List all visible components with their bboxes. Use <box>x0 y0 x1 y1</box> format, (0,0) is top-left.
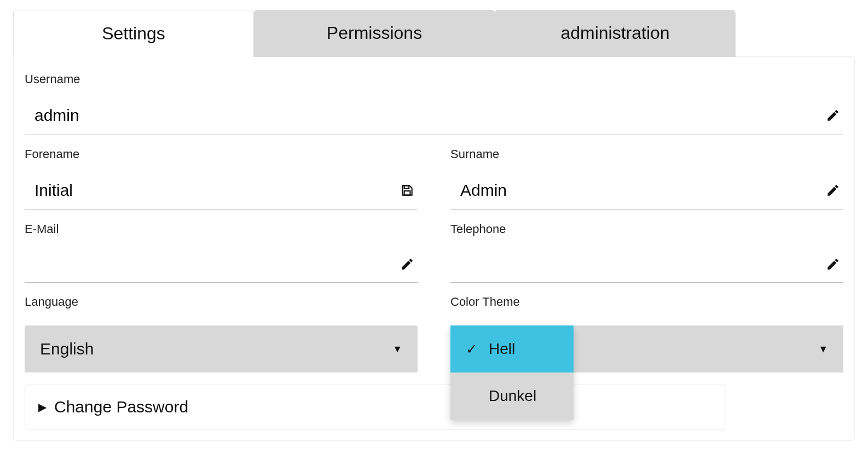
color-theme-field: Color Theme ▼ ✓ Hell Dunkel <box>450 295 843 372</box>
pencil-icon[interactable] <box>825 182 841 199</box>
email-label: E-Mail <box>25 222 418 236</box>
telephone-value-line[interactable] <box>450 253 843 283</box>
color-theme-option-hell[interactable]: ✓ Hell <box>450 325 574 372</box>
surname-value-line[interactable]: Admin <box>450 178 843 210</box>
telephone-field: Telephone <box>450 222 843 283</box>
chevron-right-icon: ▶ <box>38 400 47 414</box>
chevron-down-icon: ▼ <box>818 344 828 355</box>
tab-settings[interactable]: Settings <box>13 10 254 57</box>
change-password-label: Change Password <box>54 398 188 416</box>
forename-field: Forename Initial <box>25 147 418 210</box>
color-theme-option-label: Dunkel <box>489 387 536 405</box>
forename-value-line[interactable]: Initial <box>25 178 418 210</box>
pencil-icon[interactable] <box>825 107 841 124</box>
language-selected: English <box>40 340 94 358</box>
settings-panel: Username admin Forename Initial <box>13 56 855 441</box>
surname-label: Surname <box>450 147 843 161</box>
email-value-line[interactable] <box>25 253 418 283</box>
username-value-line[interactable]: admin <box>25 103 843 135</box>
pencil-icon[interactable] <box>399 256 415 272</box>
color-theme-option-label: Hell <box>489 340 515 358</box>
tabs: Settings Permissions administration <box>13 10 855 57</box>
color-theme-select[interactable]: ▼ ✓ Hell Dunkel <box>450 325 843 372</box>
color-theme-dropdown: ✓ Hell Dunkel <box>450 325 574 420</box>
tab-permissions[interactable]: Permissions <box>254 10 495 57</box>
tab-administration[interactable]: administration <box>495 10 736 57</box>
surname-value: Admin <box>460 181 507 200</box>
check-icon: ✓ <box>466 341 478 358</box>
forename-label: Forename <box>25 147 418 161</box>
save-icon[interactable] <box>399 182 415 199</box>
username-label: Username <box>25 72 843 86</box>
email-field: E-Mail <box>25 222 418 283</box>
language-field: Language English ▼ <box>25 295 418 372</box>
forename-value: Initial <box>34 181 73 200</box>
surname-field: Surname Admin <box>450 147 843 210</box>
language-label: Language <box>25 295 418 309</box>
chevron-down-icon: ▼ <box>392 344 402 355</box>
svg-rect-0 <box>404 185 409 188</box>
change-password-expander[interactable]: ▶ Change Password <box>25 385 725 429</box>
color-theme-label: Color Theme <box>450 295 843 309</box>
username-field: Username admin <box>25 72 843 135</box>
username-value: admin <box>34 106 79 125</box>
svg-rect-1 <box>404 191 410 195</box>
pencil-icon[interactable] <box>825 256 841 272</box>
language-select[interactable]: English ▼ <box>25 325 418 372</box>
telephone-label: Telephone <box>450 222 843 236</box>
color-theme-option-dunkel[interactable]: Dunkel <box>450 372 574 420</box>
